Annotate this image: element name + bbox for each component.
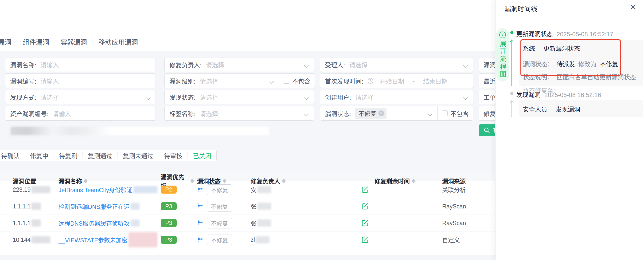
status-tab-fixing[interactable]: 修复中 [25, 151, 54, 160]
dashed-divider [522, 56, 640, 56]
edit-owner-icon[interactable] [361, 236, 369, 243]
chevron-down-icon [304, 63, 309, 68]
edit-owner-icon[interactable] [361, 186, 369, 193]
timeline-flow-icon[interactable] [197, 236, 203, 243]
status-pill[interactable]: 不修复 [207, 184, 232, 195]
timeline-event-title-row: 更新漏洞状态2025-05-08 16:52:17 [516, 29, 613, 38]
sort-icon[interactable] [223, 179, 226, 183]
redacted-blur [32, 203, 41, 210]
priority-badge: P3 [161, 202, 177, 210]
status-tab-retest-failed[interactable]: 复测未通过 [118, 151, 158, 160]
filter-first-found-daterange[interactable]: 首次发现时间: 开始日期 - 结束日期 [320, 73, 473, 88]
chevron-down-icon [304, 112, 309, 116]
filter-placeholder: 请选择 [200, 93, 218, 101]
status-pill[interactable]: 不修复 [207, 234, 232, 245]
status-tab-closed[interactable]: 已关闭 [188, 151, 216, 160]
timeline-flow-icon[interactable] [197, 203, 203, 210]
exclude-label: 不包含 [450, 109, 469, 118]
redacted-blur [258, 203, 271, 210]
filter-label: 受理人: [325, 60, 345, 69]
filter-label: 漏洞级别: [170, 77, 196, 85]
chevron-down-icon [270, 79, 274, 84]
status-pill[interactable]: 不修复 [207, 218, 232, 228]
redacted-blur [32, 186, 50, 193]
cell-name: __VIEWSTATE参数未加密 [55, 232, 158, 247]
sort-icon[interactable] [84, 179, 88, 183]
filter-vuln-level-field[interactable]: 漏洞级别: 请选择 [165, 74, 279, 88]
redacted-blur [131, 219, 140, 226]
status-tab-pending-confirm[interactable]: 待确认 [0, 151, 25, 160]
redacted-blur [131, 203, 140, 210]
status-tab-pending-review[interactable]: 待审核 [159, 151, 188, 160]
filter-vuln-name-input[interactable]: 漏洞名称: 请输入 [5, 57, 156, 72]
close-icon[interactable]: ✕ [630, 2, 637, 12]
filter-label: 发现状态: [170, 93, 196, 101]
panel-divider [496, 22, 644, 22]
redacted-blur [32, 219, 41, 226]
cell-edit [360, 236, 374, 243]
status-tab-retest-passed[interactable]: 复测通过 [83, 151, 118, 160]
cell-name: 检测到远端DNS服务正在运 [55, 202, 158, 211]
cell-source: RayScan [439, 203, 496, 210]
table-row: 1.1.1.1 远程DNS服务器缓存侦听攻 P3 不修复 张 RayScan [0, 215, 496, 231]
vuln-link[interactable]: __VIEWSTATE参数未加密 [58, 235, 128, 244]
exclude-checkbox-group: 不包含 [438, 106, 473, 120]
filter-asset-vuln-id-input[interactable]: 资产漏洞编号: 请输入 [5, 106, 156, 120]
main-area: 库漏洞 组件漏洞 容器漏洞 移动应用漏洞 漏洞名称: 请输入 修复负责人: 请选… [0, 0, 496, 260]
event-actor-row: 系统 更新漏洞状态 [519, 40, 643, 53]
chevron-down-icon [304, 95, 309, 100]
filter-vuln-status-field[interactable]: 漏洞状态: 不修复 ✕ [320, 106, 438, 120]
event-title: 发现漏洞 [516, 91, 540, 98]
vulnerability-management-page: 库漏洞 组件漏洞 容器漏洞 移动应用漏洞 漏洞名称: 请输入 修复负责人: 请选… [0, 0, 644, 260]
vuln-table: 漏洞位置 漏洞名称 漏洞优先级 漏洞状态 修复负责人 修复剩余时间 漏洞来源 2… [0, 172, 496, 255]
filter-create-user-select[interactable]: 创建用户: 请选择 [320, 90, 473, 104]
filter-label: 漏洞名称: [10, 60, 36, 69]
filter-label: 标签名称: [170, 109, 196, 118]
status-pill[interactable]: 不修复 [207, 201, 232, 212]
filter-placeholder: 请输入 [40, 77, 59, 85]
vuln-link[interactable]: 远程DNS服务器缓存侦听攻 [58, 219, 130, 227]
filter-discovery-method-select[interactable]: 发现方式: 请选择 [5, 90, 156, 104]
tab-component-vuln[interactable]: 组件漏洞 [17, 37, 55, 47]
filter-placeholder: 请选择 [355, 93, 374, 101]
timeline-flow-icon[interactable] [197, 220, 203, 226]
edit-owner-icon[interactable] [361, 203, 369, 210]
status-tab-pending-retest[interactable]: 待复测 [54, 151, 82, 160]
filter-fix-owner-select[interactable]: 修复负责人: 请选择 [164, 57, 314, 72]
filter-placeholder: 请选择 [200, 77, 218, 85]
tab-db-vuln[interactable]: 库漏洞 [0, 37, 17, 47]
filter-handler-select[interactable]: 受理人: 请选择 [320, 57, 473, 72]
exclude-checkbox[interactable] [442, 110, 448, 116]
vuln-link[interactable]: 检测到远端DNS服务正在运 [58, 202, 130, 211]
cell-priority: P2 [158, 186, 194, 194]
edit-owner-icon[interactable] [361, 219, 369, 227]
chevron-down-icon [463, 95, 468, 100]
sort-icon[interactable] [412, 179, 415, 183]
timeline-flow-icon[interactable] [197, 186, 203, 193]
start-date-placeholder[interactable]: 开始日期 [380, 77, 404, 85]
vuln-link[interactable]: JetBrains TeamCity身份验证 [58, 185, 132, 194]
tag-remove-icon[interactable]: ✕ [378, 110, 384, 116]
expand-flowchart-tab[interactable]: 展开流程图 [496, 28, 509, 81]
tab-container-vuln[interactable]: 容器漏洞 [55, 37, 92, 47]
cell-owner: 张 [248, 219, 360, 227]
end-date-placeholder[interactable]: 结束日期 [423, 77, 448, 85]
selected-status-tag: 不修复 ✕ [355, 108, 386, 119]
vuln-category-tabs: 库漏洞 组件漏洞 容器漏洞 移动应用漏洞 [0, 37, 144, 47]
sort-icon[interactable] [282, 179, 286, 183]
cell-owner: zl [248, 236, 360, 243]
redacted-blur [134, 186, 158, 193]
cell-edit [360, 219, 374, 227]
cell-position: 223.19 [10, 186, 55, 193]
tab-mobile-vuln[interactable]: 移动应用漏洞 [93, 37, 144, 47]
filter-vuln-level-select[interactable]: 漏洞级别: 请选择 不包含 [164, 73, 315, 88]
cell-name: 远程DNS服务器缓存侦听攻 [55, 219, 158, 227]
filter-vuln-id-input[interactable]: 漏洞编号: 请输入 [5, 73, 156, 88]
sort-icon[interactable] [190, 179, 194, 183]
filter-vuln-status-select[interactable]: 漏洞状态: 不修复 ✕ 不包含 [320, 106, 473, 120]
filter-tag-name-select[interactable]: 标签名称: 请选择 [164, 106, 314, 120]
cell-name: JetBrains TeamCity身份验证 [55, 185, 158, 194]
date-range-dash: - [412, 77, 415, 85]
filter-discovery-status-select[interactable]: 发现状态: 请选择 [164, 90, 314, 104]
exclude-checkbox[interactable] [284, 78, 289, 84]
